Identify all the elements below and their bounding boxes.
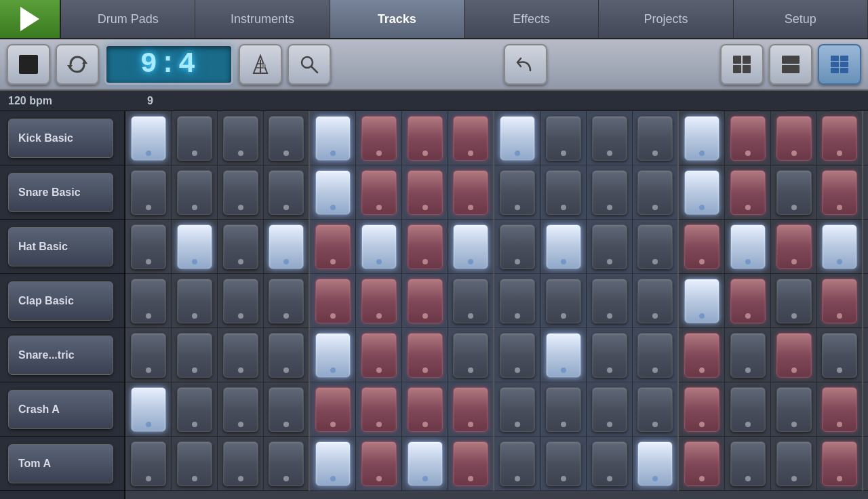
pad-cell[interactable] — [817, 328, 863, 382]
pad-cell[interactable] — [725, 274, 771, 328]
pad-cell[interactable] — [172, 220, 218, 274]
pad-cell[interactable] — [540, 165, 587, 220]
pad-cell[interactable] — [679, 437, 725, 491]
beat-pad[interactable] — [592, 116, 627, 161]
pad-cell[interactable] — [264, 220, 310, 274]
pad-cell[interactable] — [172, 165, 218, 220]
beat-pad[interactable] — [592, 170, 627, 215]
grid-view3-button[interactable] — [818, 44, 861, 85]
pad-cell[interactable] — [494, 382, 540, 437]
pad-cell[interactable] — [172, 274, 218, 328]
beat-pad[interactable] — [637, 441, 673, 486]
stop-button[interactable] — [7, 44, 50, 85]
beat-pad[interactable] — [453, 170, 488, 215]
pad-cell[interactable] — [356, 111, 402, 165]
beat-pad[interactable] — [730, 333, 766, 378]
pad-cell[interactable] — [402, 328, 448, 382]
beat-pad[interactable] — [546, 387, 581, 432]
beat-pad[interactable] — [269, 441, 304, 486]
pad-cell[interactable] — [310, 111, 356, 165]
beat-pad[interactable] — [776, 170, 812, 215]
beat-pad[interactable] — [500, 387, 535, 432]
pad-cell[interactable] — [125, 165, 172, 220]
beat-pad[interactable] — [361, 279, 397, 323]
pad-cell[interactable] — [356, 274, 402, 328]
pad-cell[interactable] — [725, 165, 771, 220]
beat-pad[interactable] — [408, 441, 443, 486]
pad-cell[interactable] — [125, 328, 172, 382]
track-name-tom-a[interactable]: Tom A — [8, 444, 113, 483]
beat-pad[interactable] — [637, 387, 673, 432]
beat-pad[interactable] — [500, 441, 535, 486]
pad-cell[interactable] — [494, 274, 540, 328]
beat-pad[interactable] — [822, 224, 857, 269]
beat-pad[interactable] — [776, 279, 812, 323]
pad-cell[interactable] — [587, 111, 633, 165]
beat-pad[interactable] — [453, 387, 488, 432]
pad-cell[interactable] — [218, 328, 264, 382]
beat-pad[interactable] — [822, 333, 857, 378]
beat-pad[interactable] — [637, 116, 673, 161]
beat-pad[interactable] — [730, 279, 766, 323]
beat-pad[interactable] — [637, 224, 673, 269]
beat-pad[interactable] — [592, 279, 627, 323]
pad-cell[interactable] — [125, 274, 172, 328]
pad-cell[interactable] — [125, 111, 172, 165]
pad-cell[interactable] — [310, 437, 356, 491]
beat-pad[interactable] — [177, 333, 212, 378]
tab-projects[interactable]: Projects — [599, 0, 733, 38]
beat-pad[interactable] — [637, 170, 673, 215]
loop-button[interactable] — [56, 44, 99, 85]
pad-cell[interactable] — [448, 274, 494, 328]
beat-pad[interactable] — [269, 170, 304, 215]
beat-pad[interactable] — [177, 387, 212, 432]
beat-pad[interactable] — [408, 279, 443, 323]
pad-cell[interactable] — [356, 382, 402, 437]
pad-cell[interactable] — [125, 220, 172, 274]
beat-pad[interactable] — [776, 387, 812, 432]
beat-pad[interactable] — [177, 279, 212, 323]
pad-cell[interactable] — [817, 274, 863, 328]
beat-pad[interactable] — [408, 333, 443, 378]
pad-cell[interactable] — [264, 382, 310, 437]
beat-pad[interactable] — [546, 116, 581, 161]
search-button[interactable] — [288, 44, 331, 85]
beat-pad[interactable] — [684, 224, 719, 269]
beat-pad[interactable] — [453, 333, 488, 378]
pad-cell[interactable] — [540, 274, 587, 328]
pad-cell[interactable] — [310, 220, 356, 274]
pad-cell[interactable] — [402, 165, 448, 220]
beat-pad[interactable] — [131, 116, 166, 161]
pad-cell[interactable] — [633, 111, 679, 165]
pad-cell[interactable] — [633, 274, 679, 328]
beat-pad[interactable] — [408, 116, 443, 161]
pad-cell[interactable] — [402, 382, 448, 437]
pad-cell[interactable] — [402, 274, 448, 328]
beat-pad[interactable] — [315, 441, 351, 486]
beat-pad[interactable] — [131, 387, 166, 432]
pad-cell[interactable] — [679, 274, 725, 328]
pad-cell[interactable] — [587, 382, 633, 437]
beat-pad[interactable] — [453, 279, 488, 323]
grid-view1-button[interactable] — [720, 44, 764, 85]
pad-cell[interactable] — [448, 382, 494, 437]
pad-cell[interactable] — [679, 328, 725, 382]
beat-pad[interactable] — [315, 387, 351, 432]
pad-cell[interactable] — [725, 382, 771, 437]
pad-cell[interactable] — [494, 220, 540, 274]
beat-pad[interactable] — [223, 333, 258, 378]
beat-pad[interactable] — [223, 387, 258, 432]
pad-cell[interactable] — [356, 437, 402, 491]
beat-pad[interactable] — [131, 224, 166, 269]
pad-cell[interactable] — [356, 165, 402, 220]
beat-pad[interactable] — [684, 441, 719, 486]
beat-pad[interactable] — [730, 116, 766, 161]
beat-pad[interactable] — [315, 170, 351, 215]
pad-cell[interactable] — [587, 220, 633, 274]
pad-cell[interactable] — [771, 382, 817, 437]
pad-cell[interactable] — [540, 111, 587, 165]
pad-cell[interactable] — [771, 437, 817, 491]
pad-cell[interactable] — [771, 328, 817, 382]
beat-pad[interactable] — [315, 224, 351, 269]
pad-cell[interactable] — [402, 437, 448, 491]
